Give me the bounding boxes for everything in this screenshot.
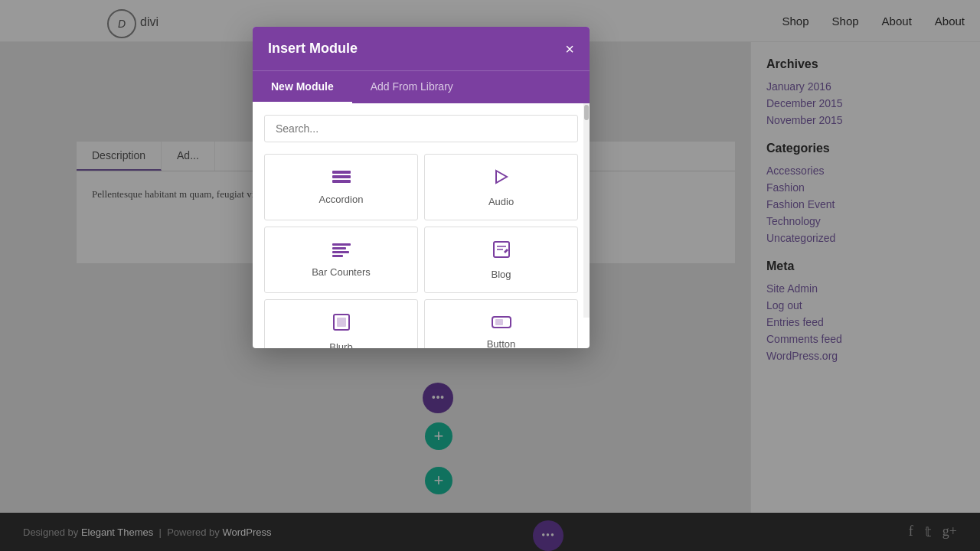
svg-rect-4: [332, 243, 351, 246]
modal-title: Insert Module: [268, 41, 358, 57]
svg-rect-12: [337, 318, 346, 327]
module-grid: Accordion Audio: [264, 154, 578, 348]
button-label: Button: [487, 338, 516, 348]
bar-counters-icon: [331, 242, 352, 260]
svg-rect-5: [332, 247, 346, 249]
module-accordion[interactable]: Accordion: [264, 154, 418, 220]
bar-counters-label: Bar Counters: [312, 266, 371, 278]
svg-rect-7: [332, 255, 343, 257]
audio-label: Audio: [488, 196, 514, 207]
accordion-label: Accordion: [319, 194, 364, 205]
blurb-label: Blurb: [329, 341, 352, 348]
modal-header: Insert Module ×: [253, 27, 590, 70]
audio-icon: [492, 167, 511, 190]
modal-tab-library[interactable]: Add From Library: [352, 71, 472, 103]
blog-label: Blog: [491, 269, 511, 280]
module-blurb[interactable]: Blurb: [264, 299, 418, 348]
svg-rect-14: [495, 319, 503, 325]
module-audio[interactable]: Audio: [424, 154, 578, 220]
module-button[interactable]: Button: [424, 299, 578, 348]
modal-close-button[interactable]: ×: [565, 41, 574, 57]
modal-body: Accordion Audio: [253, 103, 590, 348]
accordion-icon: [331, 169, 352, 187]
blurb-icon: [332, 312, 351, 335]
svg-rect-2: [332, 180, 351, 183]
button-icon: [491, 315, 512, 332]
blog-icon: [492, 240, 511, 262]
module-blog[interactable]: Blog: [424, 227, 578, 293]
module-search-input[interactable]: [264, 115, 578, 142]
svg-rect-1: [332, 175, 351, 178]
module-bar-counters[interactable]: Bar Counters: [264, 227, 418, 293]
svg-marker-3: [496, 171, 507, 183]
svg-rect-0: [332, 171, 351, 174]
modal-tab-new-module[interactable]: New Module: [253, 71, 352, 103]
svg-rect-6: [332, 251, 349, 253]
insert-module-modal: Insert Module × New Module Add From Libr…: [253, 27, 590, 348]
modal-tab-bar: New Module Add From Library: [253, 70, 590, 103]
